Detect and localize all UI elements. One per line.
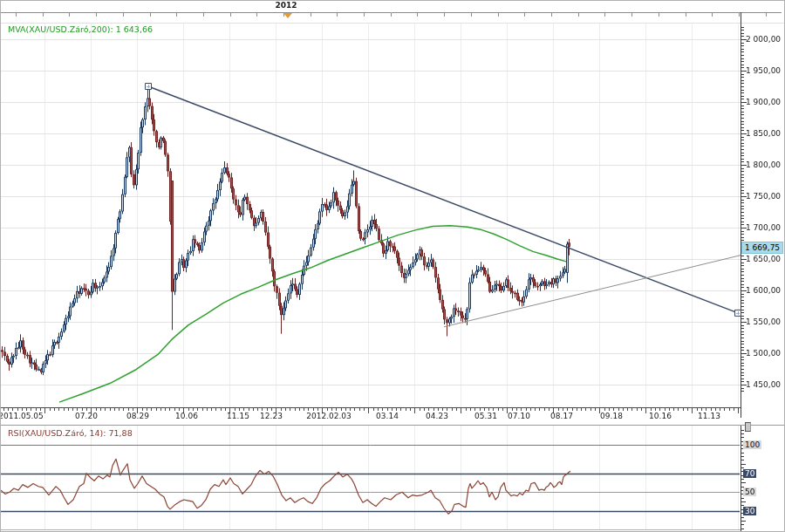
year-marker-icon — [283, 13, 292, 18]
date-axis-label: 10.16 — [649, 412, 672, 421]
date-axis-label: 08.17 — [550, 412, 573, 421]
date-axis-label: 03.14 — [376, 412, 399, 421]
price-axis-label: 1 750,00 — [746, 192, 781, 201]
date-axis-label: 2012.02.03 — [306, 412, 352, 421]
date-axis-label: 11.15 — [227, 412, 249, 421]
date-axis-label: 05.31 — [474, 412, 497, 421]
date-axis-label: 07.10 — [508, 412, 530, 421]
mva-indicator-label[interactable]: MVA(XAU/USD.Záró,200): 1 643,66 — [8, 24, 153, 34]
date-axis-label: 09.18 — [600, 412, 623, 421]
date-axis-label: 08.29 — [126, 412, 149, 421]
rsi-axis-label: 100 — [743, 440, 761, 449]
price-axis-label: 1 800,00 — [746, 160, 781, 170]
price-axis-label: 1 600,00 — [746, 286, 781, 296]
price-chart-canvas[interactable] — [1, 1, 785, 532]
year-label: 2012 — [275, 1, 297, 10]
chart-window: 2012 MVA(XAU/USD.Záró,200): 1 643,66 1 6… — [0, 0, 785, 532]
date-axis-label: 10.06 — [175, 412, 198, 421]
date-axis-label: 11.13 — [698, 412, 720, 421]
price-axis-label: 1 950,00 — [746, 66, 781, 76]
price-axis-label: 1 500,00 — [746, 349, 781, 358]
date-axis-label: 04.23 — [426, 412, 448, 421]
price-axis-label: 1 850,00 — [746, 129, 781, 139]
rsi-axis-label: 30 — [743, 507, 756, 515]
price-axis-label: 1 450,00 — [746, 380, 781, 390]
price-axis-label: 2 000,00 — [746, 35, 781, 44]
date-axis-label: 12.23 — [260, 412, 283, 421]
rsi-indicator-label[interactable]: RSI(XAU/USD.Záró, 14): 71,88 — [8, 428, 133, 438]
rsi-axis-label: 50 — [743, 488, 756, 496]
date-axis-label: 07.20 — [75, 412, 98, 421]
pane-splitter-handle[interactable] — [745, 422, 751, 432]
last-price-badge: 1 669,75 — [741, 242, 783, 254]
price-axis-label: 1 900,00 — [746, 98, 781, 107]
rsi-axis-label: 70 — [743, 469, 756, 478]
date-axis-label: 2011.05.05 — [0, 412, 44, 421]
price-axis-label: 1 550,00 — [746, 317, 781, 327]
price-axis-label: 1 700,00 — [746, 223, 781, 233]
price-axis-label: 1 650,00 — [746, 255, 781, 264]
